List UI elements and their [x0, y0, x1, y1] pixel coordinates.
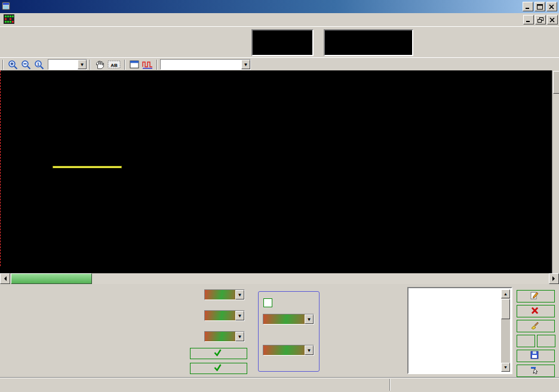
chevron-down-icon[interactable]: ▼ — [241, 60, 250, 69]
menu-button[interactable] — [517, 365, 555, 377]
wave-style-value — [205, 290, 235, 300]
rename-button[interactable] — [517, 290, 555, 303]
cursor-icon — [530, 366, 539, 376]
sim-key-value-2 — [263, 345, 305, 355]
sim-key-select-2[interactable]: ▼ — [263, 345, 314, 356]
scroll-up-icon[interactable]: ▲ — [501, 289, 510, 298]
restore-defaults-1-button[interactable] — [190, 348, 247, 359]
zoom-out-icon[interactable] — [19, 58, 32, 70]
allow-checkbox[interactable] — [263, 298, 272, 307]
application-window: 1 ▼ AB ▼ — [0, 0, 559, 392]
svg-text:AB: AB — [110, 63, 118, 68]
toolbar-separator — [90, 60, 91, 70]
connection-status-display-2 — [324, 29, 413, 56]
delete-all-button[interactable] — [517, 320, 555, 332]
mdi-minimize-icon[interactable] — [523, 15, 534, 24]
language-select[interactable]: ▼ — [160, 59, 251, 70]
scroll-right-icon[interactable] — [549, 273, 559, 284]
restore-defaults-2-button[interactable] — [190, 363, 247, 374]
list-scrollbar[interactable]: ▲ ▼ — [501, 289, 510, 372]
pencil-icon — [530, 291, 539, 301]
vertical-scrollbar-thumb[interactable] — [553, 71, 559, 94]
mdi-window-controls — [522, 15, 558, 24]
chevron-down-icon[interactable]: ▼ — [235, 311, 244, 320]
delete-button[interactable] — [517, 305, 555, 317]
marker-b-line[interactable] — [0, 70, 1, 266]
marker-strip — [0, 266, 552, 273]
chevron-down-icon[interactable]: ▼ — [235, 290, 244, 300]
chevron-down-icon[interactable]: ▼ — [78, 60, 87, 69]
title-bar — [0, 0, 559, 13]
zoom-in-icon[interactable] — [6, 58, 19, 70]
wave-style-select[interactable]: ▼ — [204, 289, 245, 300]
decode-waveform-area[interactable] — [0, 70, 559, 273]
waveform-view-icon[interactable] — [141, 58, 154, 70]
toolbar-separator — [2, 60, 4, 70]
clipped-top-ruler — [0, 70, 552, 75]
zoom-reset-icon[interactable]: 1 — [32, 58, 45, 70]
toolbar-separator — [124, 60, 125, 70]
menu-bar — [0, 13, 559, 26]
main-toolbar — [0, 26, 559, 58]
connection-status-display-1 — [251, 29, 314, 56]
zoom-level-select[interactable]: ▼ — [48, 59, 87, 70]
zoom-toolbar: 1 ▼ AB ▼ — [0, 57, 559, 71]
disk-icon — [530, 351, 539, 361]
mdi-restore-icon[interactable] — [535, 15, 546, 24]
refresh-anim-select[interactable]: ▼ — [204, 310, 245, 321]
horizontal-scrollbar[interactable] — [0, 273, 559, 284]
close-icon[interactable] — [546, 2, 557, 11]
app-icon — [2, 2, 10, 12]
format-list[interactable]: ▲ ▼ — [407, 287, 512, 374]
red-x-icon — [531, 307, 539, 316]
sim-key-select-1[interactable]: ▼ — [263, 314, 314, 325]
window-view-icon[interactable] — [128, 58, 141, 70]
maximize-icon[interactable] — [535, 2, 545, 11]
level-tooltip — [53, 166, 122, 168]
bottom-tab-bar — [0, 377, 559, 392]
chevron-down-icon[interactable]: ▼ — [305, 314, 314, 324]
tab-group-separator — [389, 379, 391, 391]
svg-text:1: 1 — [37, 61, 39, 66]
toolbar-separator — [156, 60, 158, 70]
list-scrollbar-thumb[interactable] — [501, 299, 510, 319]
scroll-left-icon[interactable] — [0, 273, 10, 284]
check-icon — [214, 364, 222, 373]
chevron-down-icon[interactable]: ▼ — [235, 332, 244, 341]
sim-key-value-1 — [263, 314, 305, 324]
brush-icon — [530, 321, 539, 331]
move-down-button[interactable] — [537, 335, 555, 347]
move-up-button[interactable] — [517, 335, 535, 347]
hand-pan-icon[interactable] — [93, 58, 106, 70]
horizontal-scrollbar-thumb[interactable] — [11, 273, 92, 284]
minimize-icon[interactable] — [523, 2, 533, 11]
chevron-down-icon[interactable]: ▼ — [305, 345, 314, 355]
refresh-anim-value — [205, 311, 235, 320]
save-button[interactable] — [517, 350, 555, 362]
scroll-down-icon[interactable]: ▼ — [501, 363, 510, 372]
simulate-keys-group: ▼ ▼ — [258, 291, 320, 372]
ab-measure-icon[interactable]: AB — [106, 58, 122, 70]
display-mode-anim-value — [205, 332, 235, 341]
mdi-child-icon[interactable] — [4, 14, 14, 26]
check-icon — [214, 349, 222, 358]
vertical-scrollbar[interactable] — [552, 70, 559, 273]
mdi-close-icon[interactable] — [547, 15, 558, 24]
display-mode-anim-select[interactable]: ▼ — [204, 331, 245, 342]
